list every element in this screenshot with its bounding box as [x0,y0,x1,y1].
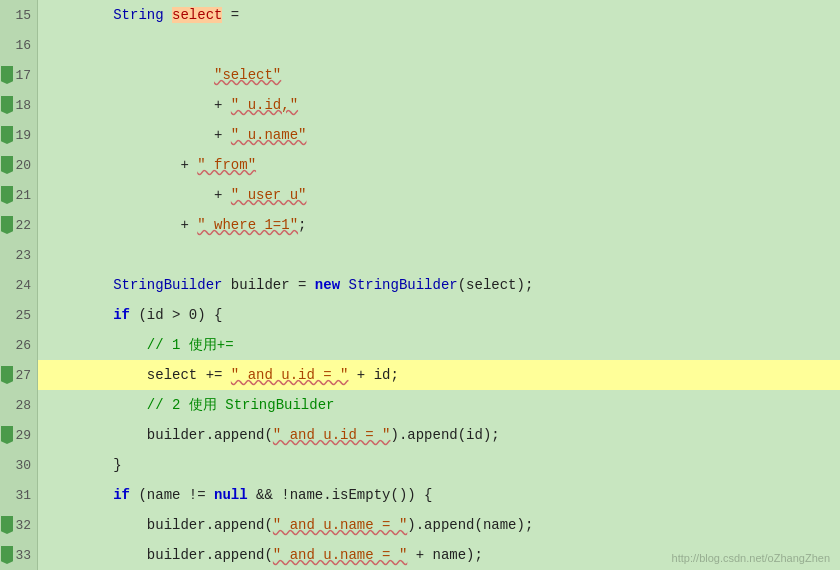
string-underline-token: " u.name" [231,127,307,143]
line-content: + " from" [38,150,840,180]
line-number: 16 [0,30,38,60]
plain-token [46,157,180,173]
plain-token [46,187,214,203]
plain-token: builder.append( [147,517,273,533]
plain-token [46,307,113,323]
plain-token: + [214,97,231,113]
type-token: StringBuilder [348,277,457,293]
plain-token: + [180,217,197,233]
line-number: 20 [0,150,38,180]
bookmark-icon [1,426,13,444]
string-underline-token: " and u.id = " [273,427,391,443]
bookmark-icon [1,96,13,114]
plain-token: ; [298,217,306,233]
keyword-token: if [113,487,130,503]
line-number: 25 [0,300,38,330]
plain-token [46,457,113,473]
string-underline-token: " from" [197,157,256,173]
code-line: 25 if (id > 0) { [0,300,840,330]
plain-token [46,337,147,353]
bookmark-icon [1,156,13,174]
code-line: 29 builder.append(" and u.id = ").append… [0,420,840,450]
plain-token [46,277,113,293]
plain-token [46,67,214,83]
plain-token [46,427,147,443]
type-token: String [113,7,163,23]
line-content: String select = [38,0,840,30]
line-number: 23 [0,240,38,270]
line-number: 21 [0,180,38,210]
plain-token [46,217,180,233]
line-content: if (id > 0) { [38,300,840,330]
code-line: 18 + " u.id," [0,90,840,120]
comment-token: // 2 使用 StringBuilder [147,396,335,414]
line-content: // 2 使用 StringBuilder [38,390,840,420]
line-content: builder.append(" and u.name = ").append(… [38,510,840,540]
plain-token: select += [147,367,231,383]
string-underline-token: " u.id," [231,97,298,113]
comment-token: // 1 使用+= [147,336,234,354]
plain-token: + [214,187,231,203]
type-token: StringBuilder [113,277,222,293]
line-number: 15 [0,0,38,30]
plain-token [46,397,147,413]
plain-token: (select); [458,277,534,293]
line-number: 31 [0,480,38,510]
plain-token [164,7,172,23]
string-underline-token: "select" [214,67,281,83]
keyword-token: null [214,487,248,503]
string-underline-token: " and u.id = " [231,367,349,383]
code-line: 16 [0,30,840,60]
plain-token [46,367,147,383]
plain-token: ).append(name); [407,517,533,533]
line-content: + " u.id," [38,90,840,120]
line-number: 26 [0,330,38,360]
string-underline-token: " user u" [231,187,307,203]
line-number: 33 [0,540,38,570]
plain-token: + name); [407,547,483,563]
plain-token: + id; [348,367,398,383]
line-number: 18 [0,90,38,120]
code-line: 23 [0,240,840,270]
bookmark-icon [1,186,13,204]
code-line: 28 // 2 使用 StringBuilder [0,390,840,420]
plain-token: (name != [130,487,214,503]
line-number: 29 [0,420,38,450]
code-line: 21 + " user u" [0,180,840,210]
code-editor: 15 String select =1617 "select"18 + " u.… [0,0,840,570]
plain-token: builder = [222,277,314,293]
code-line: 22 + " where 1=1"; [0,210,840,240]
plain-token: builder.append( [147,547,273,563]
line-content: + " u.name" [38,120,840,150]
line-number: 30 [0,450,38,480]
line-content: select += " and u.id = " + id; [38,360,840,390]
plain-token: ).append(id); [390,427,499,443]
bookmark-icon [1,126,13,144]
plain-token [46,517,147,533]
line-content: builder.append(" and u.id = ").append(id… [38,420,840,450]
bookmark-icon [1,216,13,234]
bookmark-icon [1,366,13,384]
line-number: 32 [0,510,38,540]
code-line: 30 } [0,450,840,480]
plain-token [46,127,214,143]
code-line: 24 StringBuilder builder = new StringBui… [0,270,840,300]
plain-token: + [214,127,231,143]
line-content: + " user u" [38,180,840,210]
bookmark-icon [1,546,13,564]
code-line: 31 if (name != null && !name.isEmpty()) … [0,480,840,510]
code-line: 32 builder.append(" and u.name = ").appe… [0,510,840,540]
string-underline-token: " and u.name = " [273,547,407,563]
line-number: 28 [0,390,38,420]
code-line: 27 select += " and u.id = " + id; [0,360,840,390]
keyword-token: new [315,277,340,293]
line-number: 24 [0,270,38,300]
plain-token: (id > 0) { [130,307,222,323]
plain-token [46,97,214,113]
code-line: 26 // 1 使用+= [0,330,840,360]
bookmark-icon [1,66,13,84]
line-content: StringBuilder builder = new StringBuilde… [38,270,840,300]
plain-token [46,7,113,23]
string-underline-token: " and u.name = " [273,517,407,533]
code-line: 19 + " u.name" [0,120,840,150]
